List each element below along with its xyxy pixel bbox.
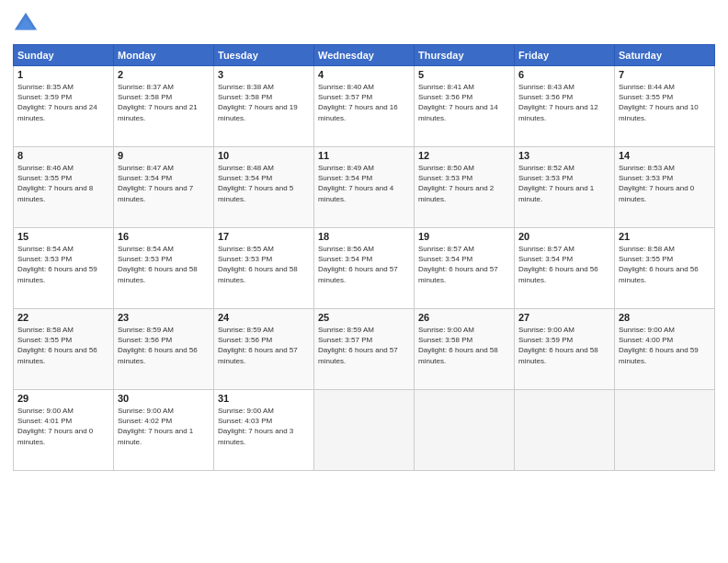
day-info: Sunrise: 8:54 AM Sunset: 3:53 PM Dayligh… — [17, 244, 109, 285]
day-info: Sunrise: 8:49 AM Sunset: 3:54 PM Dayligh… — [318, 163, 410, 204]
calendar-week-1: 1 Sunrise: 8:35 AM Sunset: 3:59 PM Dayli… — [14, 66, 715, 147]
calendar-cell: 11 Sunrise: 8:49 AM Sunset: 3:54 PM Dayl… — [314, 147, 415, 228]
calendar-cell: 26 Sunrise: 9:00 AM Sunset: 3:58 PM Dayl… — [415, 309, 515, 390]
calendar-cell: 22 Sunrise: 8:58 AM Sunset: 3:55 PM Dayl… — [14, 309, 114, 390]
col-header-friday: Friday — [515, 45, 615, 66]
day-info: Sunrise: 8:40 AM Sunset: 3:57 PM Dayligh… — [318, 82, 410, 123]
day-info: Sunrise: 8:41 AM Sunset: 3:56 PM Dayligh… — [418, 82, 510, 123]
logo-icon — [13, 11, 39, 37]
day-info: Sunrise: 8:56 AM Sunset: 3:54 PM Dayligh… — [318, 244, 410, 285]
day-info: Sunrise: 8:44 AM Sunset: 3:55 PM Dayligh… — [619, 82, 711, 123]
calendar-cell: 16 Sunrise: 8:54 AM Sunset: 3:53 PM Dayl… — [114, 228, 214, 309]
calendar-cell: 17 Sunrise: 8:55 AM Sunset: 3:53 PM Dayl… — [214, 228, 314, 309]
day-info: Sunrise: 8:55 AM Sunset: 3:53 PM Dayligh… — [218, 244, 310, 285]
col-header-tuesday: Tuesday — [214, 45, 314, 66]
calendar-cell: 30 Sunrise: 9:00 AM Sunset: 4:02 PM Dayl… — [114, 390, 214, 471]
day-number: 20 — [518, 231, 610, 242]
calendar-cell: 27 Sunrise: 9:00 AM Sunset: 3:59 PM Dayl… — [515, 309, 615, 390]
day-info: Sunrise: 8:43 AM Sunset: 3:56 PM Dayligh… — [518, 82, 610, 123]
day-info: Sunrise: 8:54 AM Sunset: 3:53 PM Dayligh… — [118, 244, 210, 285]
day-number: 30 — [118, 393, 210, 404]
calendar-cell: 12 Sunrise: 8:50 AM Sunset: 3:53 PM Dayl… — [415, 147, 515, 228]
calendar-cell: 7 Sunrise: 8:44 AM Sunset: 3:55 PM Dayli… — [615, 66, 715, 147]
day-info: Sunrise: 8:50 AM Sunset: 3:53 PM Dayligh… — [418, 163, 510, 204]
day-info: Sunrise: 9:00 AM Sunset: 4:02 PM Dayligh… — [118, 406, 210, 447]
day-info: Sunrise: 8:35 AM Sunset: 3:59 PM Dayligh… — [17, 82, 109, 123]
calendar-cell: 4 Sunrise: 8:40 AM Sunset: 3:57 PM Dayli… — [314, 66, 415, 147]
calendar-table: SundayMondayTuesdayWednesdayThursdayFrid… — [13, 44, 715, 471]
day-info: Sunrise: 9:00 AM Sunset: 3:58 PM Dayligh… — [418, 325, 510, 366]
day-number: 15 — [17, 231, 109, 242]
day-number: 31 — [218, 393, 310, 404]
day-number: 12 — [418, 150, 510, 161]
day-info: Sunrise: 9:00 AM Sunset: 4:01 PM Dayligh… — [17, 406, 109, 447]
day-number: 9 — [118, 150, 210, 161]
calendar-cell: 14 Sunrise: 8:53 AM Sunset: 3:53 PM Dayl… — [615, 147, 715, 228]
day-info: Sunrise: 8:38 AM Sunset: 3:58 PM Dayligh… — [218, 82, 310, 123]
calendar-cell: 19 Sunrise: 8:57 AM Sunset: 3:54 PM Dayl… — [415, 228, 515, 309]
header — [13, 11, 715, 37]
day-number: 23 — [118, 312, 210, 323]
calendar-cell: 20 Sunrise: 8:57 AM Sunset: 3:54 PM Dayl… — [515, 228, 615, 309]
col-header-sunday: Sunday — [14, 45, 114, 66]
calendar-cell: 10 Sunrise: 8:48 AM Sunset: 3:54 PM Dayl… — [214, 147, 314, 228]
day-info: Sunrise: 8:59 AM Sunset: 3:56 PM Dayligh… — [118, 325, 210, 366]
day-info: Sunrise: 9:00 AM Sunset: 4:00 PM Dayligh… — [619, 325, 711, 366]
day-info: Sunrise: 8:47 AM Sunset: 3:54 PM Dayligh… — [118, 163, 210, 204]
calendar-cell: 18 Sunrise: 8:56 AM Sunset: 3:54 PM Dayl… — [314, 228, 415, 309]
day-number: 7 — [619, 69, 711, 80]
day-number: 5 — [418, 69, 510, 80]
calendar-cell: 15 Sunrise: 8:54 AM Sunset: 3:53 PM Dayl… — [14, 228, 114, 309]
calendar-cell: 1 Sunrise: 8:35 AM Sunset: 3:59 PM Dayli… — [14, 66, 114, 147]
col-header-thursday: Thursday — [415, 45, 515, 66]
page: SundayMondayTuesdayWednesdayThursdayFrid… — [0, 0, 728, 563]
calendar-cell: 31 Sunrise: 9:00 AM Sunset: 4:03 PM Dayl… — [214, 390, 314, 471]
day-info: Sunrise: 9:00 AM Sunset: 4:03 PM Dayligh… — [218, 406, 310, 447]
calendar-cell: 21 Sunrise: 8:58 AM Sunset: 3:55 PM Dayl… — [615, 228, 715, 309]
col-header-monday: Monday — [114, 45, 214, 66]
calendar-cell: 6 Sunrise: 8:43 AM Sunset: 3:56 PM Dayli… — [515, 66, 615, 147]
day-info: Sunrise: 8:52 AM Sunset: 3:53 PM Dayligh… — [518, 163, 610, 204]
day-number: 13 — [518, 150, 610, 161]
calendar-cell: 23 Sunrise: 8:59 AM Sunset: 3:56 PM Dayl… — [114, 309, 214, 390]
calendar-cell — [314, 390, 415, 471]
calendar-cell: 25 Sunrise: 8:59 AM Sunset: 3:57 PM Dayl… — [314, 309, 415, 390]
calendar-week-4: 22 Sunrise: 8:58 AM Sunset: 3:55 PM Dayl… — [14, 309, 715, 390]
day-info: Sunrise: 8:57 AM Sunset: 3:54 PM Dayligh… — [418, 244, 510, 285]
day-number: 16 — [118, 231, 210, 242]
calendar-cell: 5 Sunrise: 8:41 AM Sunset: 3:56 PM Dayli… — [415, 66, 515, 147]
day-number: 26 — [418, 312, 510, 323]
calendar-cell — [415, 390, 515, 471]
day-number: 8 — [17, 150, 109, 161]
col-header-wednesday: Wednesday — [314, 45, 415, 66]
calendar-cell — [615, 390, 715, 471]
calendar-week-5: 29 Sunrise: 9:00 AM Sunset: 4:01 PM Dayl… — [14, 390, 715, 471]
day-info: Sunrise: 8:48 AM Sunset: 3:54 PM Dayligh… — [218, 163, 310, 204]
day-number: 22 — [17, 312, 109, 323]
col-header-saturday: Saturday — [615, 45, 715, 66]
day-number: 28 — [619, 312, 711, 323]
calendar-header-row: SundayMondayTuesdayWednesdayThursdayFrid… — [14, 45, 715, 66]
day-info: Sunrise: 8:37 AM Sunset: 3:58 PM Dayligh… — [118, 82, 210, 123]
day-number: 18 — [318, 231, 410, 242]
day-number: 1 — [17, 69, 109, 80]
calendar-week-2: 8 Sunrise: 8:46 AM Sunset: 3:55 PM Dayli… — [14, 147, 715, 228]
day-number: 17 — [218, 231, 310, 242]
day-info: Sunrise: 8:58 AM Sunset: 3:55 PM Dayligh… — [17, 325, 109, 366]
day-number: 11 — [318, 150, 410, 161]
day-number: 24 — [218, 312, 310, 323]
day-number: 27 — [518, 312, 610, 323]
calendar-cell: 28 Sunrise: 9:00 AM Sunset: 4:00 PM Dayl… — [615, 309, 715, 390]
day-number: 10 — [218, 150, 310, 161]
day-number: 25 — [318, 312, 410, 323]
calendar-cell — [515, 390, 615, 471]
calendar-cell: 3 Sunrise: 8:38 AM Sunset: 3:58 PM Dayli… — [214, 66, 314, 147]
day-number: 29 — [17, 393, 109, 404]
day-number: 3 — [218, 69, 310, 80]
day-info: Sunrise: 8:57 AM Sunset: 3:54 PM Dayligh… — [518, 244, 610, 285]
day-number: 4 — [318, 69, 410, 80]
day-info: Sunrise: 9:00 AM Sunset: 3:59 PM Dayligh… — [518, 325, 610, 366]
day-number: 6 — [518, 69, 610, 80]
day-number: 2 — [118, 69, 210, 80]
calendar-cell: 2 Sunrise: 8:37 AM Sunset: 3:58 PM Dayli… — [114, 66, 214, 147]
